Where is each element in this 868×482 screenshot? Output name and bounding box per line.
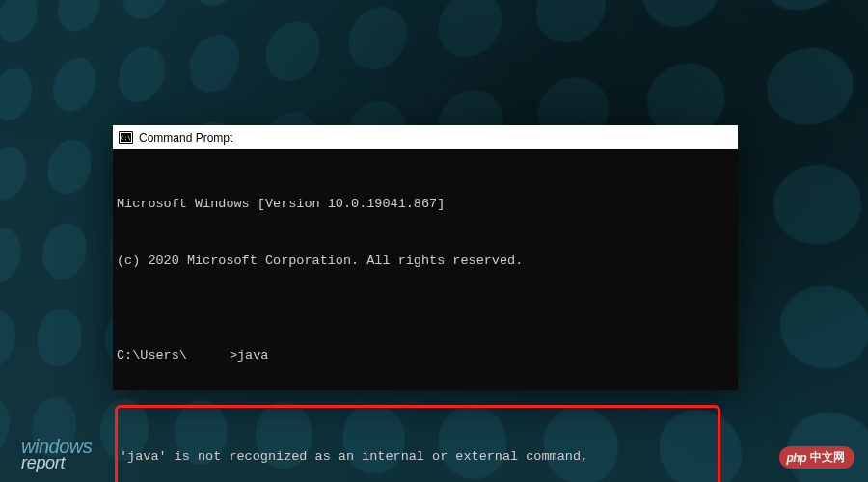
cmd-icon	[119, 131, 133, 144]
terminal-output[interactable]: Microsoft Windows [Version 10.0.19041.86…	[113, 149, 738, 482]
window-title: Command Prompt	[139, 131, 232, 145]
php-logo-text: php	[787, 451, 807, 465]
watermark-phpcn: php 中文网	[779, 446, 855, 469]
titlebar[interactable]: Command Prompt	[113, 125, 738, 149]
error-highlight: 'java' is not recognized as an internal …	[115, 405, 720, 482]
watermark-line2: report	[21, 455, 92, 470]
command-prompt-window: Command Prompt Microsoft Windows [Versio…	[113, 125, 738, 390]
redacted-username	[187, 348, 230, 360]
error-line-1: 'java' is not recognized as an internal …	[120, 447, 716, 467]
watermark-windowsreport: windows report	[21, 438, 92, 470]
version-line: Microsoft Windows [Version 10.0.19041.86…	[113, 195, 730, 214]
prompt-line-1: C:\Users\>java	[113, 346, 730, 365]
copyright-line: (c) 2020 Microsoft Corporation. All righ…	[113, 252, 730, 271]
php-cn-text: 中文网	[810, 449, 845, 466]
